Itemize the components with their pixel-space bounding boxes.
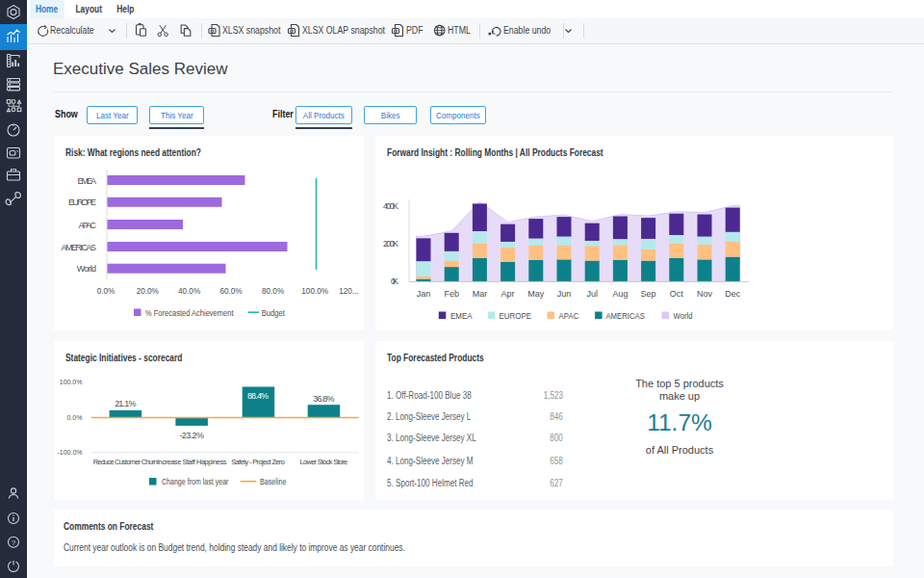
svg-text:World: World [674,310,693,321]
svg-text:EMEA: EMEA [450,310,473,321]
svg-text:Reduce Customer Churn: Reduce Customer Churn [93,458,158,466]
svg-text:0.0%: 0.0% [97,287,116,296]
svg-text:Apr: Apr [501,289,515,299]
svg-text:21.1%: 21.1% [115,399,136,408]
svg-text:20.0%: 20.0% [137,287,159,296]
svg-text:World: World [77,264,96,274]
svg-text:Mar: Mar [473,289,488,299]
svg-text:88.4%: 88.4% [247,391,269,401]
svg-text:Dec: Dec [725,289,741,299]
svg-text:-23.2%: -23.2% [179,431,204,440]
svg-text:100.0%: 100.0% [301,287,328,296]
svg-text:Budget: Budget [262,308,286,318]
svg-text:0K: 0K [391,276,398,286]
svg-text:40.0%: 40.0% [178,287,200,296]
svg-text:60.0%: 60.0% [219,287,242,296]
svg-text:Lower Stock Store: Lower Stock Store [300,458,348,466]
svg-text:0.0%: 0.0% [67,414,83,421]
svg-text:Aug: Aug [612,289,628,299]
svg-text:EUROPE: EUROPE [68,197,96,207]
svg-text:Jul: Jul [586,289,598,299]
svg-text:Sep: Sep [641,289,656,299]
svg-text:-100.0%: -100.0% [57,449,82,456]
svg-text:Safety - Project Zero: Safety - Project Zero [231,458,285,466]
svg-text:Oct: Oct [670,289,684,299]
svg-text:Baseline: Baseline [260,477,287,486]
svg-text:?: ? [12,539,16,547]
svg-text:Feb: Feb [444,289,459,299]
svg-text:APAC: APAC [559,310,579,321]
svg-text:AMERICAS: AMERICAS [62,243,97,252]
svg-text:Jun: Jun [557,289,572,299]
svg-text:Nov: Nov [697,289,713,299]
svg-text:EUROPE: EUROPE [500,310,532,321]
svg-text:400K: 400K [383,201,398,211]
svg-text:36.8%: 36.8% [313,394,334,404]
svg-text:200K: 200K [383,239,398,249]
svg-text:May: May [527,289,545,299]
svg-text:120...: 120... [339,287,359,296]
svg-text:80.0%: 80.0% [262,287,284,296]
svg-text:100.0%: 100.0% [60,379,83,385]
svg-text:% Forecasted Achievement: % Forecasted Achievement [145,308,234,318]
svg-text:Change from last year: Change from last year [162,477,229,486]
svg-text:EMEA: EMEA [78,176,97,186]
svg-text:AMERICAS: AMERICAS [605,310,645,321]
svg-text:APAC: APAC [79,221,97,230]
svg-text:Jan: Jan [417,289,431,299]
svg-text:Increase Staff Happiness: Increase Staff Happiness [157,458,227,466]
